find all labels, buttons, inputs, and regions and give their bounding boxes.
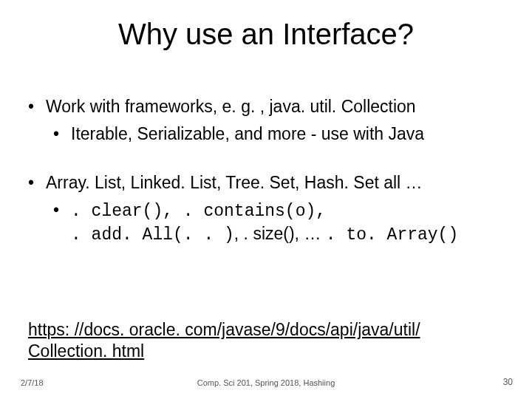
slide-title: Why use an Interface?: [0, 18, 532, 51]
spacer: [28, 146, 510, 172]
docs-link[interactable]: https: //docs. oracle. com/javase/9/docs…: [28, 319, 502, 362]
bullet-methods: . clear(), . contains(o), . add. All(. .…: [53, 200, 510, 246]
footer-page-number: 30: [503, 377, 513, 387]
bullet-text: Work with frameworks, e. g. , java. util…: [46, 97, 416, 116]
slide: Why use an Interface? Work with framewor…: [0, 0, 532, 399]
code-addall: . add. All(. . ): [71, 225, 234, 245]
slide-body: Work with frameworks, e. g. , java. util…: [28, 96, 510, 246]
bullet-text: Iterable, Serializable, and more - use w…: [71, 124, 424, 143]
code-toarray: . to. Array(): [326, 225, 458, 245]
footer-course: Comp. Sci 201, Spring 2018, Hashiing: [0, 378, 532, 387]
code-line-1: . clear(), . contains(o),: [71, 202, 326, 221]
bullet-iterable: Iterable, Serializable, and more - use w…: [53, 123, 510, 145]
text-mid: , . size(), …: [234, 224, 326, 243]
bullet-text: Array. List, Linked. List, Tree. Set, Ha…: [46, 173, 423, 192]
bullet-collections: Array. List, Linked. List, Tree. Set, Ha…: [28, 172, 510, 194]
bullet-frameworks: Work with frameworks, e. g. , java. util…: [28, 96, 510, 117]
